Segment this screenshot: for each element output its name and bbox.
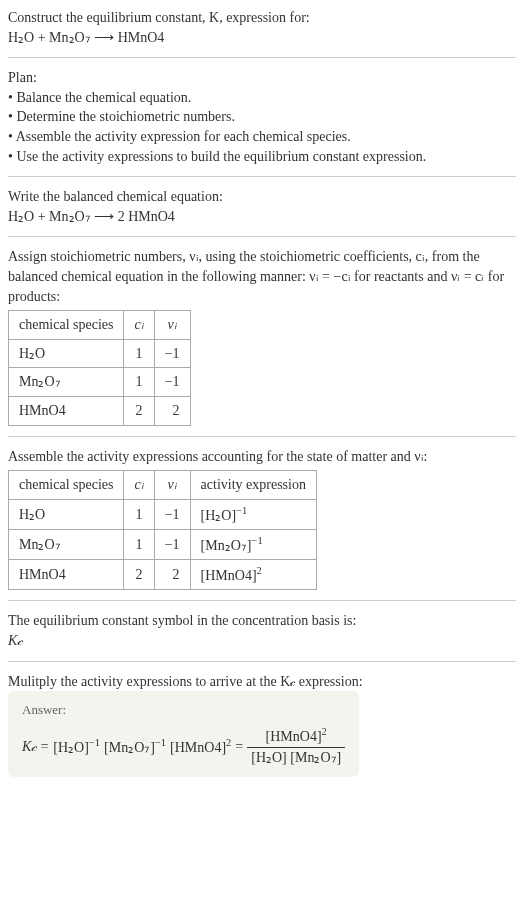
col-vi: νᵢ (154, 471, 190, 500)
table-row: H₂O 1 −1 [H₂O]−1 (9, 499, 317, 529)
act-exp: 2 (257, 565, 262, 576)
balanced-section: Write the balanced chemical equation: H₂… (8, 187, 516, 226)
plan-item: • Balance the chemical equation. (8, 88, 516, 108)
stoich-section: Assign stoichiometric numbers, νᵢ, using… (8, 247, 516, 425)
prompt: Construct the equilibrium constant, K, e… (8, 8, 516, 47)
stoich-intro: Assign stoichiometric numbers, νᵢ, using… (8, 247, 516, 306)
prompt-equation: H₂O + Mn₂O₇ ⟶ HMnO4 (8, 28, 516, 48)
divider (8, 57, 516, 58)
col-vi: νᵢ (154, 311, 190, 340)
cell-activity: [Mn₂O₇]−1 (190, 529, 316, 559)
plan-header: Plan: (8, 68, 516, 88)
multiply-section: Mulitply the activity expressions to arr… (8, 672, 516, 778)
term2: [Mn₂O₇]−1 (104, 736, 166, 757)
cell-ci: 1 (124, 339, 154, 368)
plan-item: • Assemble the activity expression for e… (8, 127, 516, 147)
cell-species: Mn₂O₇ (9, 529, 124, 559)
divider (8, 600, 516, 601)
cell-species: HMnO4 (9, 560, 124, 590)
table-header-row: chemical species cᵢ νᵢ (9, 311, 191, 340)
prompt-line1: Construct the equilibrium constant, K, e… (8, 8, 516, 28)
kc-lhs: K𝒸 = (22, 737, 49, 757)
col-species: chemical species (9, 311, 124, 340)
table-row: HMnO4 2 2 (9, 396, 191, 425)
act-exp: −1 (236, 505, 247, 516)
equals: = (235, 737, 243, 757)
divider (8, 436, 516, 437)
kc-symbol-section: The equilibrium constant symbol in the c… (8, 611, 516, 650)
col-species: chemical species (9, 471, 124, 500)
cell-vi: 2 (154, 396, 190, 425)
act-exp: −1 (251, 535, 262, 546)
balanced-intro: Write the balanced chemical equation: (8, 187, 516, 207)
term3: [HMnO4]2 (170, 736, 231, 757)
cell-ci: 1 (124, 529, 154, 559)
divider (8, 236, 516, 237)
numerator: [HMnO4]2 (247, 725, 345, 747)
act-base: [H₂O] (201, 507, 237, 522)
answer-label: Answer: (22, 701, 345, 719)
cell-vi: −1 (154, 368, 190, 397)
col-activity: activity expression (190, 471, 316, 500)
divider (8, 176, 516, 177)
cell-ci: 2 (124, 396, 154, 425)
stoich-table: chemical species cᵢ νᵢ H₂O 1 −1 Mn₂O₇ 1 … (8, 310, 191, 425)
multiply-intro: Mulitply the activity expressions to arr… (8, 672, 516, 692)
cell-species: Mn₂O₇ (9, 368, 124, 397)
fraction: [HMnO4]2 [H₂O] [Mn₂O₇] (247, 725, 345, 767)
cell-vi: 2 (154, 560, 190, 590)
cell-vi: −1 (154, 529, 190, 559)
cell-ci: 1 (124, 499, 154, 529)
final-expression: K𝒸 = [H₂O]−1 [Mn₂O₇]−1 [HMnO4]2 = [HMnO4… (22, 725, 345, 767)
cell-activity: [HMnO4]2 (190, 560, 316, 590)
cell-ci: 1 (124, 368, 154, 397)
answer-box: Answer: K𝒸 = [H₂O]−1 [Mn₂O₇]−1 [HMnO4]2 … (8, 691, 359, 777)
table-row: Mn₂O₇ 1 −1 [Mn₂O₇]−1 (9, 529, 317, 559)
balanced-equation: H₂O + Mn₂O₇ ⟶ 2 HMnO4 (8, 207, 516, 227)
divider (8, 661, 516, 662)
denominator: [H₂O] [Mn₂O₇] (247, 748, 345, 768)
cell-species: HMnO4 (9, 396, 124, 425)
activity-table: chemical species cᵢ νᵢ activity expressi… (8, 470, 317, 590)
table-row: H₂O 1 −1 (9, 339, 191, 368)
act-base: [HMnO4] (201, 568, 257, 583)
plan-item: • Determine the stoichiometric numbers. (8, 107, 516, 127)
term1: [H₂O]−1 (53, 736, 100, 757)
activity-section: Assemble the activity expressions accoun… (8, 447, 516, 591)
col-ci: cᵢ (124, 311, 154, 340)
table-header-row: chemical species cᵢ νᵢ activity expressi… (9, 471, 317, 500)
kc-symbol-intro: The equilibrium constant symbol in the c… (8, 611, 516, 631)
table-row: HMnO4 2 2 [HMnO4]2 (9, 560, 317, 590)
col-ci: cᵢ (124, 471, 154, 500)
activity-intro: Assemble the activity expressions accoun… (8, 447, 516, 467)
plan-section: Plan: • Balance the chemical equation. •… (8, 68, 516, 166)
cell-species: H₂O (9, 339, 124, 368)
kc-symbol: K𝒸 (8, 631, 516, 651)
cell-ci: 2 (124, 560, 154, 590)
cell-species: H₂O (9, 499, 124, 529)
plan-item: • Use the activity expressions to build … (8, 147, 516, 167)
cell-vi: −1 (154, 339, 190, 368)
cell-vi: −1 (154, 499, 190, 529)
act-base: [Mn₂O₇] (201, 538, 252, 553)
cell-activity: [H₂O]−1 (190, 499, 316, 529)
table-row: Mn₂O₇ 1 −1 (9, 368, 191, 397)
